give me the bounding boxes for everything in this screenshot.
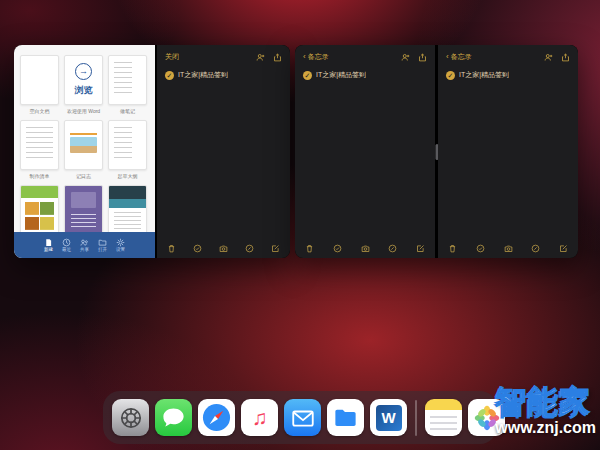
- template-card: [108, 120, 147, 170]
- music-note-icon: ♫: [252, 406, 268, 430]
- template-card: [20, 185, 59, 235]
- site-watermark: 智能家 www.znj.com: [495, 386, 596, 436]
- checked-circle-icon[interactable]: ✓: [446, 71, 455, 80]
- clock-icon: [62, 238, 71, 247]
- checklist-item[interactable]: ✓ IT之家|精品签到: [165, 70, 282, 80]
- notes-header: 关闭: [157, 45, 290, 62]
- template-outline[interactable]: 起草大纲: [108, 120, 147, 180]
- notes-header: ‹ 备忘录: [295, 45, 435, 62]
- notes-back-button[interactable]: ‹ 备忘录: [446, 52, 472, 62]
- trash-icon[interactable]: [167, 244, 176, 253]
- expose-window-notes-notes[interactable]: ‹ 备忘录 ✓ IT之家|精品签到: [295, 45, 578, 258]
- back-chevron-icon: ‹: [303, 53, 306, 61]
- add-people-icon[interactable]: [256, 53, 265, 62]
- word-template-row-1: 空白文档 → 浏览 欢迎使用 Word 做笔记: [14, 55, 155, 115]
- trash-icon[interactable]: [305, 244, 314, 253]
- compass-icon: [201, 402, 232, 433]
- notes-toolbar: [157, 238, 290, 258]
- dock: ♫ W: [103, 391, 497, 444]
- note-title: IT之家|精品签到: [316, 70, 366, 80]
- template-take-notes[interactable]: 做笔记: [108, 55, 147, 115]
- word-app-pane[interactable]: 空白文档 → 浏览 欢迎使用 Word 做笔记 制作清单: [14, 45, 155, 258]
- checklist-icon[interactable]: [193, 244, 202, 253]
- notepad-line: [430, 416, 457, 418]
- notepad-line: [430, 422, 457, 424]
- speech-bubble-icon: [160, 404, 187, 431]
- watermark-url: www.znj.com: [495, 420, 596, 436]
- template-card: [64, 120, 103, 170]
- notes-close-button[interactable]: 关闭: [165, 52, 179, 62]
- template-purple-cover[interactable]: [64, 185, 103, 235]
- notes-pane-left[interactable]: ‹ 备忘录 ✓ IT之家|精品签到: [295, 45, 435, 258]
- camera-icon[interactable]: [361, 244, 370, 253]
- word-tab-settings[interactable]: 设置: [116, 238, 125, 253]
- template-card: [64, 185, 103, 235]
- compose-icon[interactable]: [416, 244, 425, 253]
- checklist-icon[interactable]: [333, 244, 342, 253]
- notes-app-icon[interactable]: [425, 399, 462, 436]
- notes-back-button[interactable]: ‹ 备忘录: [303, 52, 329, 62]
- template-green-cover[interactable]: [20, 185, 59, 235]
- notes-toolbar: [438, 238, 578, 258]
- markup-icon[interactable]: [245, 244, 254, 253]
- expose-window-word-notes[interactable]: 空白文档 → 浏览 欢迎使用 Word 做笔记 制作清单: [14, 45, 290, 258]
- camera-icon[interactable]: [504, 244, 513, 253]
- compose-icon[interactable]: [559, 244, 568, 253]
- watermark-title: 智能家: [495, 386, 596, 417]
- checklist-icon[interactable]: [476, 244, 485, 253]
- share-icon[interactable]: [561, 53, 570, 62]
- word-app-icon[interactable]: W: [370, 399, 407, 436]
- gear-icon: [116, 238, 125, 247]
- word-tab-new[interactable]: 新建: [44, 238, 53, 253]
- markup-icon[interactable]: [388, 244, 397, 253]
- word-tab-bar: 新建 最近 共享 打开 设置: [14, 232, 155, 258]
- safari-app-icon[interactable]: [198, 399, 235, 436]
- trash-icon[interactable]: [448, 244, 457, 253]
- arrow-circle-icon: →: [75, 63, 92, 80]
- folder-icon: [98, 238, 107, 247]
- checklist-item[interactable]: ✓ IT之家|精品签到: [446, 70, 570, 80]
- word-tab-recent[interactable]: 最近: [62, 238, 71, 253]
- template-blank-document[interactable]: 空白文档: [20, 55, 59, 115]
- template-card: [20, 120, 59, 170]
- files-app-icon[interactable]: [327, 399, 364, 436]
- word-tab-shared[interactable]: 共享: [80, 238, 89, 253]
- word-letter: W: [376, 405, 402, 431]
- word-template-row-3: [14, 185, 155, 235]
- checked-circle-icon[interactable]: ✓: [303, 71, 312, 80]
- compose-icon[interactable]: [271, 244, 280, 253]
- template-card: → 浏览: [64, 55, 103, 105]
- template-label: 制作清单: [20, 173, 59, 180]
- share-icon[interactable]: [418, 53, 427, 62]
- notes-pane-right[interactable]: ‹ 备忘录 ✓ IT之家|精品签到: [438, 45, 578, 258]
- music-app-icon[interactable]: ♫: [241, 399, 278, 436]
- notepad-line: [430, 428, 457, 430]
- notes-pane-compact[interactable]: 关闭 ✓ IT之家|精品签到: [157, 45, 290, 258]
- camera-icon[interactable]: [219, 244, 228, 253]
- back-chevron-icon: ‹: [446, 53, 449, 61]
- note-title: IT之家|精品签到: [178, 70, 228, 80]
- share-icon[interactable]: [273, 53, 282, 62]
- template-make-list[interactable]: 制作清单: [20, 120, 59, 180]
- template-photo-cover[interactable]: [108, 185, 147, 235]
- template-card: [108, 55, 147, 105]
- word-tab-open[interactable]: 打开: [98, 238, 107, 253]
- template-label: 欢迎使用 Word: [64, 108, 103, 115]
- word-template-row-2: 制作清单 记日志 起草大纲: [14, 120, 155, 180]
- notes-header: ‹ 备忘录: [438, 45, 578, 62]
- checklist-item[interactable]: ✓ IT之家|精品签到: [303, 70, 427, 80]
- template-journal[interactable]: 记日志: [64, 120, 103, 180]
- template-card: [20, 55, 59, 105]
- add-people-icon[interactable]: [401, 53, 410, 62]
- template-card: [108, 185, 147, 235]
- mail-app-icon[interactable]: [284, 399, 321, 436]
- checked-circle-icon[interactable]: ✓: [165, 71, 174, 80]
- template-welcome-word[interactable]: → 浏览 欢迎使用 Word: [64, 55, 103, 115]
- markup-icon[interactable]: [531, 244, 540, 253]
- add-people-icon[interactable]: [544, 53, 553, 62]
- template-label: 空白文档: [20, 108, 59, 115]
- envelope-icon: [290, 405, 316, 431]
- template-label: 起草大纲: [108, 173, 147, 180]
- messages-app-icon[interactable]: [155, 399, 192, 436]
- settings-app-icon[interactable]: [112, 399, 149, 436]
